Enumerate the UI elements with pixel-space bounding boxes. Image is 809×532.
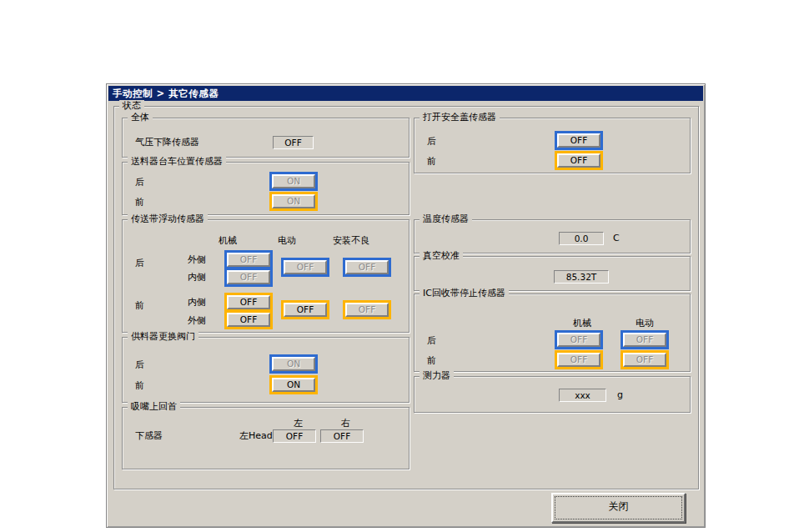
safety-cover-front-button[interactable]: OFF: [557, 153, 600, 168]
conveyor-front-elec-highlight: OFF: [281, 300, 329, 319]
group-temperature: 温度传感器 0.0 C: [414, 219, 691, 253]
feeder-cart-front-highlight: ON: [269, 192, 318, 211]
nozzle-right-value: OFF: [320, 429, 364, 443]
col-mechanical-header: 机械: [219, 235, 237, 247]
front-label: 前: [135, 300, 144, 312]
temperature-value: 0.0: [559, 232, 604, 245]
feeder-valve-front-button[interactable]: ON: [272, 378, 315, 392]
group-feeder-cart: 送料器台车位置传感器 后 ON 前 ON: [122, 162, 410, 215]
ic-rear-mech-button: OFF: [557, 333, 600, 347]
feeder-valve-front-highlight: ON: [269, 375, 318, 394]
force-gauge-value: xxx: [559, 389, 606, 402]
conveyor-rear-elec-highlight: OFF: [281, 258, 329, 277]
group-safety-cover: 打开安全盖传感器 后 OFF 前 OFF: [414, 118, 691, 173]
conveyor-front-fault-highlight: OFF: [343, 300, 391, 319]
group-feeder-valve: 供料器更换阀门 后 ON 前 ON: [122, 337, 410, 403]
col-right-header: 右: [341, 418, 350, 429]
air-pressure-drop-label: 气压下降传感器: [135, 137, 199, 148]
manual-control-dialog: 手动控制 > 其它传感器 状态 全体 气压下降传感器 OFF 送料器台车位置传感…: [106, 83, 706, 528]
status-groupbox-label: 状态: [119, 100, 144, 112]
vacuum-value: 85.32T: [554, 270, 609, 284]
group-feeder-cart-title: 送料器台车位置传感器: [128, 156, 226, 168]
group-nozzle-title: 吸嘴上回首: [128, 401, 180, 413]
feeder-valve-rear-highlight: ON: [269, 354, 318, 374]
temperature-unit: C: [613, 233, 620, 244]
feeder-cart-rear-highlight: ON: [269, 172, 318, 191]
group-conveyor-float-title: 传送带浮动传感器: [128, 213, 208, 225]
ic-front-elec-highlight: OFF: [621, 350, 669, 369]
front-label: 前: [135, 197, 144, 208]
ic-front-elec-button: OFF: [623, 353, 666, 367]
col-mechanical-header: 机械: [573, 318, 591, 329]
ic-front-mech-highlight: OFF: [555, 350, 603, 369]
group-vacuum: 真空校准 85.32T: [414, 256, 691, 291]
conveyor-front-elec-button[interactable]: OFF: [284, 303, 327, 317]
feeder-valve-rear-button: ON: [272, 357, 315, 371]
front-label: 前: [427, 156, 436, 168]
dialog-title: 手动控制 > 其它传感器: [113, 88, 219, 99]
air-pressure-drop-value: OFF: [273, 136, 314, 149]
inner-label: 内侧: [188, 297, 206, 309]
col-install-fault-header: 安装不良: [333, 235, 369, 247]
rear-label: 后: [427, 136, 436, 148]
col-left-header: 左: [294, 418, 303, 429]
group-feeder-valve-title: 供料器更换阀门: [128, 331, 198, 343]
lower-sensor-label: 下感器: [135, 430, 163, 442]
col-electric-header: 电动: [636, 318, 654, 329]
ic-rear-elec-button: OFF: [623, 333, 666, 347]
ic-front-mech-button: OFF: [557, 353, 600, 367]
rear-label: 后: [427, 335, 436, 347]
rear-label: 后: [135, 177, 144, 188]
feeder-cart-front-button: ON: [272, 194, 315, 208]
title-bar: 手动控制 > 其它传感器: [108, 86, 703, 101]
front-label: 前: [135, 380, 144, 392]
rear-label: 后: [135, 359, 144, 371]
conveyor-rear-fault-highlight: OFF: [343, 258, 391, 277]
feeder-cart-rear-button: ON: [272, 174, 315, 188]
safety-cover-rear-highlight: OFF: [555, 131, 603, 150]
conveyor-front-mech-outer-button[interactable]: OFF: [227, 313, 270, 327]
outer-label: 外侧: [188, 254, 206, 266]
rear-label: 后: [135, 258, 144, 269]
inner-label: 内侧: [188, 272, 206, 284]
group-vacuum-title: 真空校准: [420, 250, 463, 262]
safety-cover-front-highlight: OFF: [555, 151, 603, 170]
ic-rear-elec-highlight: OFF: [621, 330, 669, 349]
conveyor-rear-mech-inner-button: OFF: [227, 270, 270, 284]
conveyor-rear-mech-outer-button: OFF: [227, 253, 270, 267]
conveyor-front-mech-highlight: OFF OFF: [224, 293, 273, 329]
close-button[interactable]: 关闭: [551, 493, 686, 523]
conveyor-front-mech-inner-button[interactable]: OFF: [227, 295, 270, 309]
conveyor-rear-mech-highlight: OFF OFF: [224, 250, 273, 287]
ic-rear-mech-highlight: OFF: [555, 330, 603, 349]
conveyor-rear-fault-button: OFF: [345, 260, 389, 274]
col-electric-header: 电动: [278, 235, 296, 247]
group-force-gauge-title: 测力器: [420, 370, 454, 382]
left-head-label: 左Head: [239, 430, 273, 442]
group-temperature-title: 温度传感器: [420, 213, 472, 225]
force-gauge-unit: g: [617, 389, 623, 401]
page-background: { "colors":{ "titlebar":"#0c266b", "rear…: [0, 0, 809, 532]
group-nozzle: 吸嘴上回首 左 右 下感器 左Head OFF OFF: [122, 407, 410, 469]
conveyor-front-fault-button: OFF: [345, 303, 389, 317]
front-label: 前: [427, 355, 436, 367]
nozzle-left-value: OFF: [273, 429, 316, 443]
group-ic-tape: IC回收带停止传感器 机械 电动 后 OFF OFF 前 OFF OFF: [414, 294, 691, 372]
group-conveyor-float: 传送带浮动传感器 机械 电动 安装不良 后 外侧 内侧 OFF OFF OFF …: [122, 219, 410, 333]
group-force-gauge: 测力器 xxx g: [414, 376, 691, 413]
safety-cover-rear-button[interactable]: OFF: [557, 133, 600, 148]
outer-label: 外侧: [188, 315, 206, 327]
group-overall-title: 全体: [128, 112, 153, 123]
group-safety-cover-title: 打开安全盖传感器: [420, 112, 500, 123]
conveyor-rear-elec-button: OFF: [284, 260, 327, 274]
group-ic-tape-title: IC回收带停止传感器: [420, 288, 509, 299]
group-overall: 全体 气压下降传感器 OFF: [122, 118, 410, 158]
